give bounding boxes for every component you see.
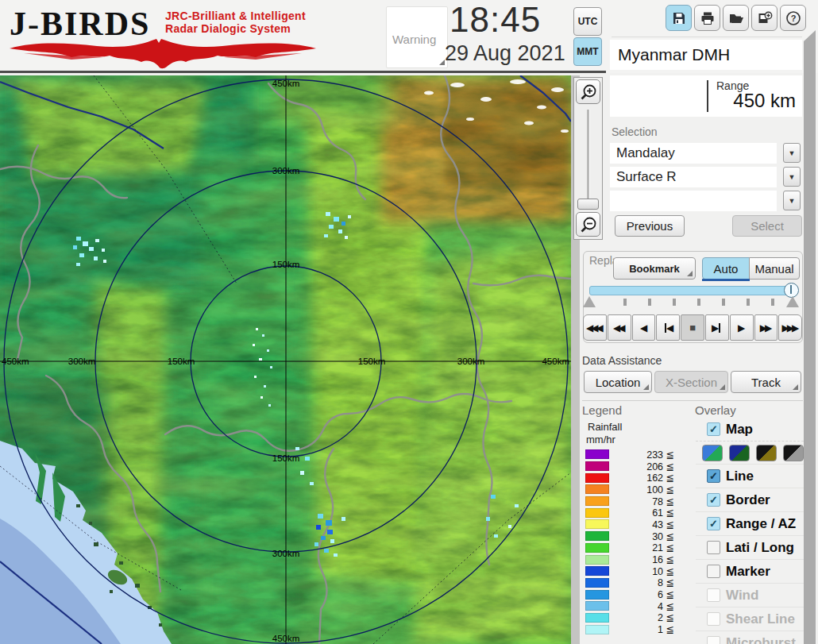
legend-value: 100 ≦ [609, 484, 674, 496]
product-dropdown-button[interactable]: ▼ [783, 167, 801, 187]
auto-button[interactable]: Auto [702, 257, 750, 280]
manual-button[interactable]: Manual [749, 257, 800, 280]
location-button[interactable]: Location [584, 371, 652, 393]
legend-row: 206 ≦ [585, 461, 674, 472]
legend-row: 6 ≦ [585, 588, 674, 600]
legend-row: 4 ≦ [585, 600, 674, 612]
slider-tick [623, 299, 627, 306]
svg-text:300km: 300km [272, 166, 300, 175]
utc-button[interactable]: UTC [573, 7, 602, 36]
stop-button[interactable]: ■ [681, 314, 704, 341]
skip-start-icon: ◀ [664, 323, 673, 333]
legend-row: 30 ≦ [585, 530, 674, 542]
bar-glyph [719, 323, 721, 333]
warning-button[interactable]: Warning [386, 6, 448, 68]
product-dropdown-value[interactable]: Surface R [610, 167, 777, 187]
legend-color-swatch [585, 613, 609, 623]
bookmark-button[interactable]: Bookmark [613, 257, 696, 280]
x-section-button[interactable]: X-Section [654, 371, 728, 393]
site-dropdown-button[interactable]: ▼ [783, 143, 801, 163]
rewind-fast-icon: ◀◀◀ [588, 323, 603, 333]
svg-text:300km: 300km [457, 357, 485, 366]
zoom-in-button[interactable] [576, 79, 600, 104]
overlay-list: ✓Map✓Line✓Border✓Range / AZLati / LongMa… [696, 418, 804, 644]
option-dropdown-button[interactable]: ▼ [783, 191, 801, 210]
skip-end-icon: ▶ [713, 323, 722, 333]
checkbox-lati-long[interactable] [707, 541, 720, 554]
legend-value: 30 ≦ [609, 530, 674, 542]
legend-row: 61 ≦ [585, 507, 674, 519]
menu-corner-icon [720, 384, 725, 390]
legend-row: 43 ≦ [585, 519, 674, 530]
replay-range-start-marker[interactable] [583, 296, 596, 307]
skip-start-button[interactable]: ◀ [656, 314, 680, 341]
legend-value: 43 ≦ [609, 519, 674, 530]
legend-color-swatch [585, 601, 609, 611]
select-button[interactable]: Select [732, 215, 802, 237]
skip-end-button[interactable]: ▶ [705, 314, 729, 341]
header-divider [0, 71, 606, 73]
zoom-out-button[interactable] [576, 212, 600, 237]
map-style-swatch-2[interactable] [729, 445, 750, 461]
add-image-button[interactable] [751, 5, 777, 31]
print-button[interactable] [694, 5, 720, 31]
checkbox-shear-line[interactable] [707, 612, 720, 626]
map-style-swatch-1[interactable] [702, 445, 723, 461]
overlay-title: Overlay [695, 403, 736, 417]
track-button[interactable]: Track [731, 371, 801, 393]
logo-tagline-line2: Radar Dialogic System [165, 22, 306, 35]
legend-value: 2 ≦ [609, 611, 674, 623]
map-style-swatch-3[interactable] [756, 445, 777, 461]
forward-button[interactable]: ▶▶ [754, 314, 778, 341]
legend-row: 2 ≦ [585, 612, 674, 624]
legend-row: 1 ≦ [585, 623, 674, 635]
legend-value: 10 ≦ [609, 565, 674, 577]
rewind-fast-button[interactable]: ◀◀◀ [583, 314, 607, 341]
replay-slider-track[interactable] [589, 286, 793, 295]
zoom-slider-thumb[interactable] [577, 199, 599, 210]
option-dropdown-value[interactable] [610, 191, 777, 211]
checkbox-border[interactable]: ✓ [707, 493, 720, 507]
svg-text:150km: 150km [168, 357, 195, 366]
zoom-slider-track[interactable] [587, 110, 590, 203]
forward-icon: ▶▶ [761, 323, 770, 333]
step-back-button[interactable]: ◀ [632, 314, 656, 341]
rewind-button[interactable]: ◀◀ [608, 314, 631, 341]
open-folder-button[interactable] [723, 5, 749, 31]
mmt-button[interactable]: MMT [573, 37, 602, 66]
legend-color-swatch [585, 508, 609, 518]
panel-scrollbar[interactable] [804, 41, 816, 644]
forward-fast-button[interactable]: ▶▶▶ [778, 314, 802, 341]
slider-tick [697, 299, 700, 306]
checkbox-map[interactable]: ✓ [707, 422, 720, 436]
svg-text:450km: 450km [272, 79, 300, 88]
svg-text:450km: 450km [2, 357, 29, 366]
selection-label: Selection [612, 125, 658, 138]
previous-button[interactable]: Previous [615, 215, 685, 237]
legend-row: 16 ≦ [585, 553, 674, 565]
legend-value: 6 ≦ [609, 588, 674, 600]
site-dropdown-value[interactable]: Mandalay [610, 143, 777, 164]
print-icon [700, 10, 716, 26]
legend-row: 10 ≦ [585, 565, 674, 577]
step-back-icon: ◀ [641, 323, 646, 333]
radar-map[interactable]: 450km 300km 150km 150km 300km 450km 450k… [0, 75, 571, 644]
scrollbar-top-arrow-icon [804, 30, 816, 41]
slider-tick [771, 299, 774, 306]
replay-range-end-marker[interactable] [786, 296, 799, 307]
map-style-swatch-4[interactable] [783, 445, 804, 461]
checkbox-wind[interactable] [707, 588, 720, 602]
play-button[interactable]: ▶ [730, 314, 754, 341]
legend-color-swatch [585, 461, 609, 471]
checkbox-line[interactable]: ✓ [707, 469, 720, 483]
save-button[interactable] [666, 5, 692, 31]
overlay-label: Range / AZ [726, 516, 796, 532]
help-button[interactable]: ? [780, 5, 806, 31]
checkbox-range-az[interactable]: ✓ [707, 517, 720, 530]
checkbox-marker[interactable] [707, 565, 720, 578]
svg-text:300km: 300km [272, 549, 300, 558]
legend-value: 1 ≦ [609, 623, 674, 635]
legend-value: 16 ≦ [609, 553, 674, 565]
checkbox-microburst[interactable] [707, 636, 720, 644]
menu-corner-icon [687, 271, 693, 276]
